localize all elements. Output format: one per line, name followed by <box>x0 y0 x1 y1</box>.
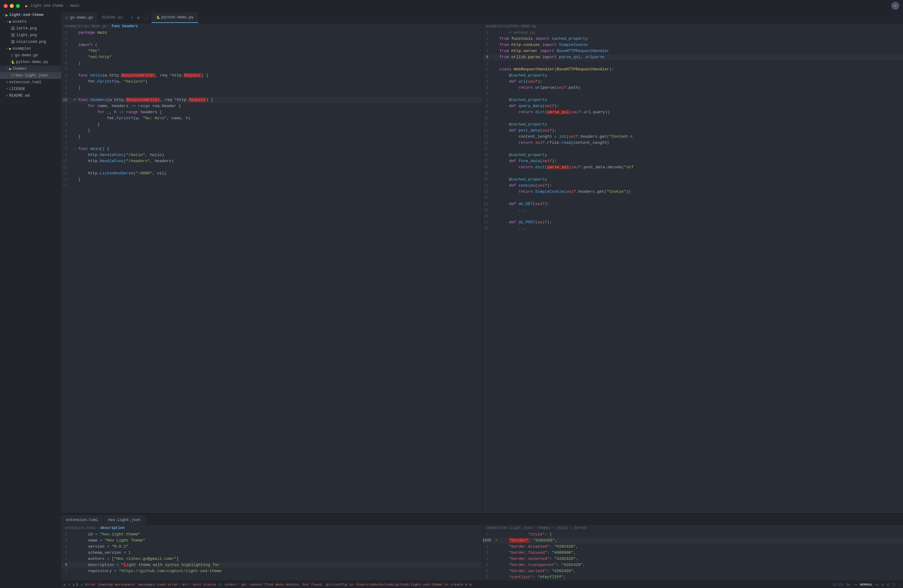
add-tab-button[interactable]: + <box>130 15 135 21</box>
chevron-icon: ▾ <box>6 67 8 71</box>
sidebar: ▾ ▶ light-zed-theme ▾ ▶ assets 🖼 latte.p… <box>0 12 61 588</box>
status-icon-3: ⬡ <box>892 582 895 587</box>
chevron-icon: ▾ <box>6 47 8 50</box>
toml-code-area[interactable]: 5 id = "hex-light-theme" 4 name = "Hex L… <box>61 531 482 581</box>
sidebar-label: extension.toml <box>9 80 41 85</box>
branch-separator: › <box>66 4 68 8</box>
project-name: light-zed-theme <box>30 4 63 8</box>
file-icon: ≡ <box>6 81 8 84</box>
code-line: 4 func hello(w http.ResponseWriter, req … <box>61 72 482 79</box>
tab-label: README.md <box>102 16 123 20</box>
tab-python-demo[interactable]: 🐍 python-demo.py <box>151 13 198 23</box>
root-folder-icon: ▶ <box>6 13 8 18</box>
code-line: 1 for name, headers := range req.Header … <box>61 103 482 109</box>
avatar[interactable]: U <box>891 2 899 10</box>
breadcrumb-file: examples/go-demo.go <box>65 24 107 28</box>
status-icon-2: ⊟ <box>887 582 889 587</box>
go-code-area[interactable]: 11 package main 4 9 import ( <box>61 30 482 513</box>
status-time: 12:23 <box>833 582 843 586</box>
sidebar-item-readme[interactable]: ≡ README.md <box>0 93 61 99</box>
breadcrumb-section: description <box>100 526 124 530</box>
status-icon-1: ⊟ <box>882 582 884 587</box>
code-line: 5 "border.variant": "#202428", <box>482 568 903 574</box>
code-line-current: 6 from urllib.parse import parse_qsl, ur… <box>482 54 903 60</box>
sidebar-label: solarized.png <box>16 40 46 44</box>
code-line: 7 <box>61 140 482 146</box>
code-line: 5 return urlparse(self.path) <box>482 85 903 91</box>
tab-readme[interactable]: README.md <box>98 13 127 23</box>
sidebar-item-license[interactable]: ≡ LICENSE <box>0 86 61 93</box>
sidebar-label: README.md <box>9 94 30 98</box>
chevron-icon: ▾ <box>2 13 4 17</box>
sidebar-item-root[interactable]: ▾ ▶ light-zed-theme <box>0 12 61 18</box>
python-code-area[interactable]: 5 # webapp.py 3 from functools import ca… <box>482 30 903 513</box>
code-line: 23 <box>482 195 903 201</box>
code-line: 1 repository = "https://github.com/cogho… <box>61 568 482 574</box>
code-line: 8 def query_data(self): <box>482 103 903 109</box>
breadcrumb-file: themes/hex-light.json <box>486 526 532 530</box>
code-line: 22 return SimpleCookie(self.headers.get(… <box>482 189 903 195</box>
code-line: 11 <box>61 164 482 170</box>
tab-hex-light-json[interactable]: hex-light.json <box>104 515 145 525</box>
breadcrumb-path: themes › style › border <box>537 526 588 530</box>
sidebar-label: python-demo.py <box>16 60 48 64</box>
avatar-initials: U <box>894 4 897 8</box>
sidebar-item-hex-light[interactable]: ⬡ hex-light.json <box>0 72 61 79</box>
warning-count: 1 <box>76 582 78 586</box>
error-message-text: Error loading workspace: packages.Load e… <box>85 582 472 586</box>
code-line: 9 http.HandleFunc("/hello", hello) <box>61 152 482 158</box>
close-button[interactable] <box>4 4 8 8</box>
code-line: 1 from http.server import BaseHTTPReques… <box>482 48 903 54</box>
sidebar-item-extension-toml[interactable]: ≡ extension.toml <box>0 79 61 86</box>
bottom-tab-bar: extension.toml hex-light.json <box>61 514 903 525</box>
code-line: 11 @cached_property <box>482 121 903 127</box>
sidebar-item-latte[interactable]: 🖼 latte.png <box>0 25 61 32</box>
status-error-message: Error loading workspace: packages.Load e… <box>85 582 472 586</box>
sidebar-item-python-demo[interactable]: 🐍 python-demo.py <box>0 59 61 66</box>
status-right: 12:23 Go -- NORMAL -- ⊟ ⊟ ⬡ ↓ <box>833 582 901 587</box>
top-tab-bar: ⬡ go-demo.go README.md + ⊞ ⛶ 🐍 python-de… <box>61 12 903 23</box>
branch-name: main <box>71 4 80 8</box>
minimize-button[interactable] <box>10 4 14 8</box>
sidebar-label: LICENSE <box>9 87 25 91</box>
tab-go-demo[interactable]: ⬡ go-demo.go <box>61 13 98 23</box>
code-line: 19 <box>482 170 903 176</box>
code-line: 13 content_length = int(self.headers.get… <box>482 134 903 140</box>
status-grid-icon: ⊞ <box>64 582 66 587</box>
tab-icon: ⬡ <box>66 16 68 20</box>
titlebar-info: ▶ light-zed-theme › main <box>25 3 79 9</box>
maximize-button[interactable] <box>16 4 20 8</box>
editor-pane-go: examples/go-demo.go › func headers 11 pa… <box>61 23 482 513</box>
code-line: 2 } <box>61 85 482 91</box>
split-button[interactable]: ⊞ <box>136 15 141 21</box>
file-icon: ⬡ <box>11 73 14 78</box>
sidebar-label: themes <box>13 67 27 71</box>
code-line: 25 ... <box>482 207 903 213</box>
sidebar-label: hex-light.json <box>16 74 48 78</box>
code-line: 11 package main <box>61 30 482 36</box>
code-line: 3 fmt.Fprintf(w, "%v: %v\n", name, h) <box>61 115 482 121</box>
traffic-lights <box>4 4 20 8</box>
top-pane: ⬡ go-demo.go README.md + ⊞ ⛶ 🐍 python-de… <box>61 12 903 513</box>
sidebar-item-examples[interactable]: ▾ ▶ examples <box>0 45 61 52</box>
sidebar-item-assets[interactable]: ▾ ▶ assets <box>0 18 61 25</box>
code-line: 10 http.HandleFunc("/headers", headers) <box>61 158 482 164</box>
code-line: 6 ) <box>61 60 482 66</box>
code-line: 8 ▷ func main() { <box>61 146 482 152</box>
sidebar-item-themes[interactable]: ▾ ▶ themes <box>0 66 61 72</box>
sidebar-item-go-demo[interactable]: ⬡ go-demo.go <box>0 52 61 59</box>
sidebar-label: examples <box>13 47 31 51</box>
json-code-area[interactable]: 1 "style": { 1049 ⚡ "border": "#202428",… <box>482 531 903 581</box>
main-layout: ▾ ▶ light-zed-theme ▾ ▶ assets 🖼 latte.p… <box>0 12 903 588</box>
sidebar-item-light[interactable]: 🖼 light.png <box>0 32 61 39</box>
code-line: 12 http.ListenAndServe(":8090", nil) <box>61 170 482 176</box>
code-line: 27 def do_POST(self): <box>482 219 903 225</box>
code-line: 16 @cached_property <box>482 152 903 158</box>
code-line: 1 <box>61 91 482 97</box>
titlebar: ▶ light-zed-theme › main U <box>0 0 903 12</box>
fullscreen-button[interactable]: ⛶ <box>142 15 149 21</box>
tab-extension-toml[interactable]: extension.toml <box>61 515 103 525</box>
code-line: 3 @cached_property <box>482 72 903 79</box>
sidebar-item-solarized[interactable]: 🖼 solarized.png <box>0 39 61 45</box>
code-line: 2 "border.focused": "#000000", <box>482 550 903 556</box>
